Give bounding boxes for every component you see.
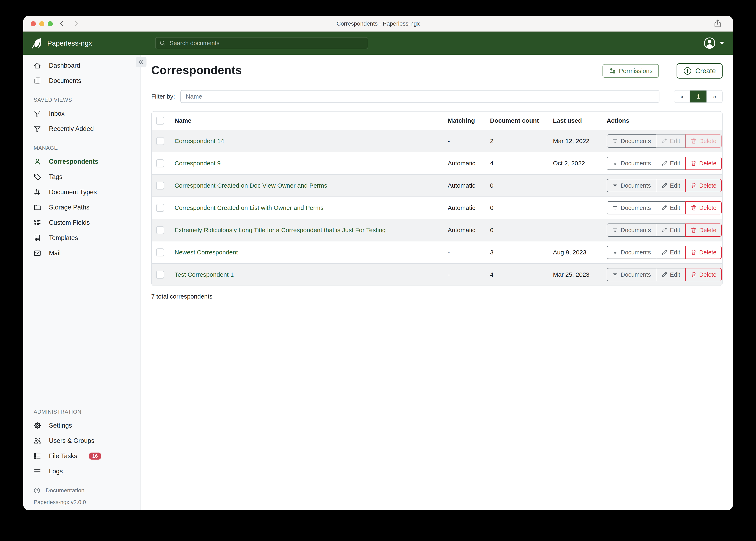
correspondent-name-link[interactable]: Extremely Ridiculously Long Title for a … (175, 227, 386, 234)
sidebar-item-documentation[interactable]: Documentation (23, 484, 141, 497)
sidebar-item-tags[interactable]: Tags (23, 169, 141, 185)
sidebar-item-users-groups[interactable]: Users & Groups (23, 433, 141, 448)
last-used-cell: Mar 25, 2023 (553, 271, 607, 278)
sidebar-item-logs[interactable]: Logs (23, 464, 141, 479)
edit-button[interactable]: Edit (656, 246, 686, 259)
text-lines-icon (34, 468, 41, 475)
sidebar-item-label: Dashboard (49, 62, 80, 69)
gear-icon (34, 422, 41, 429)
edit-button: Edit (656, 135, 686, 148)
delete-button[interactable]: Delete (685, 246, 722, 259)
delete-button[interactable]: Delete (685, 157, 722, 170)
select-all-checkbox[interactable] (156, 117, 164, 125)
correspondent-name-link[interactable]: Correspondent Created on Doc View Owner … (175, 182, 327, 189)
sidebar-collapse-button[interactable] (136, 57, 146, 67)
matching-cell: Automatic (448, 227, 490, 234)
filter-lines-icon (612, 138, 618, 144)
file-tasks-count-badge: 16 (89, 452, 101, 460)
sidebar-item-label: Tags (49, 173, 62, 181)
filter-lines-icon (612, 227, 618, 233)
sidebar-item-recently-added[interactable]: Recently Added (23, 121, 141, 137)
sidebar-item-storage-paths[interactable]: Storage Paths (23, 200, 141, 215)
documents-button[interactable]: Documents (607, 201, 656, 215)
pencil-icon (661, 138, 667, 144)
edit-button[interactable]: Edit (656, 179, 686, 192)
sidebar-item-label: Inbox (49, 110, 65, 117)
row-checkbox[interactable] (156, 137, 164, 145)
search-input[interactable] (169, 40, 364, 47)
create-button[interactable]: Create (677, 63, 723, 79)
correspondent-name-link[interactable]: Correspondent Created on List with Owner… (175, 204, 324, 211)
column-header-matching[interactable]: Matching (448, 117, 490, 124)
sidebar-item-templates[interactable]: Templates (23, 230, 141, 246)
pagination-prev-button[interactable]: « (674, 91, 690, 103)
pagination-next-button[interactable]: » (706, 91, 722, 103)
edit-button[interactable]: Edit (656, 157, 686, 170)
sidebar-item-mail[interactable]: Mail (23, 246, 141, 261)
column-header-last-used[interactable]: Last used (553, 117, 607, 124)
plus-circle-icon (683, 67, 692, 75)
document-count-cell: 0 (490, 227, 553, 234)
row-checkbox[interactable] (156, 226, 164, 234)
zoom-window-button[interactable] (48, 21, 53, 26)
table-header-row: Name Matching Document count Last used A… (152, 112, 722, 130)
pagination-page-1[interactable]: 1 (690, 91, 706, 103)
correspondent-name-link[interactable]: Correspondent 9 (175, 160, 221, 167)
sidebar-item-settings[interactable]: Settings (23, 418, 141, 433)
pencil-icon (661, 227, 667, 233)
delete-button[interactable]: Delete (685, 268, 722, 281)
sidebar-item-document-types[interactable]: Document Types (23, 185, 141, 200)
matching-cell: - (448, 249, 490, 256)
sidebar-item-documents[interactable]: Documents (23, 73, 141, 89)
trash-icon (691, 160, 697, 166)
column-header-document-count[interactable]: Document count (490, 117, 553, 124)
paperless-leaf-logo-icon (31, 37, 43, 49)
sidebar-item-correspondents[interactable]: Correspondents (23, 154, 141, 169)
people-icon (34, 437, 41, 444)
edit-button[interactable]: Edit (656, 268, 686, 281)
brand[interactable]: Paperless-ngx (23, 37, 92, 49)
sidebar-item-inbox[interactable]: Inbox (23, 106, 141, 121)
browser-back-icon[interactable] (58, 20, 66, 28)
row-checkbox[interactable] (156, 182, 164, 190)
folder-icon (34, 204, 41, 211)
user-menu[interactable] (704, 32, 724, 55)
edit-button[interactable]: Edit (656, 224, 686, 237)
documents-button[interactable]: Documents (607, 135, 656, 148)
sidebar-item-label: Document Types (49, 189, 97, 196)
minimize-window-button[interactable] (39, 21, 44, 26)
correspondent-name-link[interactable]: Correspondent 14 (175, 138, 224, 144)
delete-button[interactable]: Delete (685, 224, 722, 237)
documents-button[interactable]: Documents (607, 268, 656, 281)
column-header-actions: Actions (607, 117, 722, 124)
share-icon[interactable] (713, 19, 722, 28)
row-checkbox[interactable] (156, 249, 164, 256)
sidebar-item-custom-fields[interactable]: Custom Fields (23, 215, 141, 230)
delete-button[interactable]: Delete (685, 179, 722, 192)
column-header-name[interactable]: Name (170, 117, 448, 124)
delete-button[interactable]: Delete (685, 201, 722, 215)
documents-button[interactable]: Documents (607, 224, 656, 237)
filter-name-input[interactable] (180, 90, 659, 103)
documents-button[interactable]: Documents (607, 246, 656, 259)
list-check-icon (34, 452, 41, 460)
sidebar-item-file-tasks[interactable]: File Tasks16 (23, 448, 141, 464)
close-window-button[interactable] (31, 21, 36, 26)
pencil-icon (661, 183, 667, 189)
correspondent-name-link[interactable]: Newest Correspondent (175, 249, 238, 256)
row-checkbox[interactable] (156, 204, 164, 212)
pagination: « 1 » (674, 90, 723, 103)
browser-forward-icon[interactable] (72, 20, 80, 28)
documents-button[interactable]: Documents (607, 157, 656, 170)
documents-button[interactable]: Documents (607, 179, 656, 192)
matching-cell: Automatic (448, 160, 490, 167)
permissions-button[interactable]: Permissions (602, 64, 659, 78)
filter-by-label: Filter by: (151, 93, 175, 100)
sidebar-item-dashboard[interactable]: Dashboard (23, 58, 141, 73)
edit-button[interactable]: Edit (656, 201, 686, 215)
row-checkbox[interactable] (156, 159, 164, 167)
row-checkbox[interactable] (156, 271, 164, 278)
document-count-cell: 2 (490, 138, 553, 145)
table-row: Extremely Ridiculously Long Title for a … (152, 219, 722, 241)
correspondent-name-link[interactable]: Test Correspondent 1 (175, 271, 234, 278)
